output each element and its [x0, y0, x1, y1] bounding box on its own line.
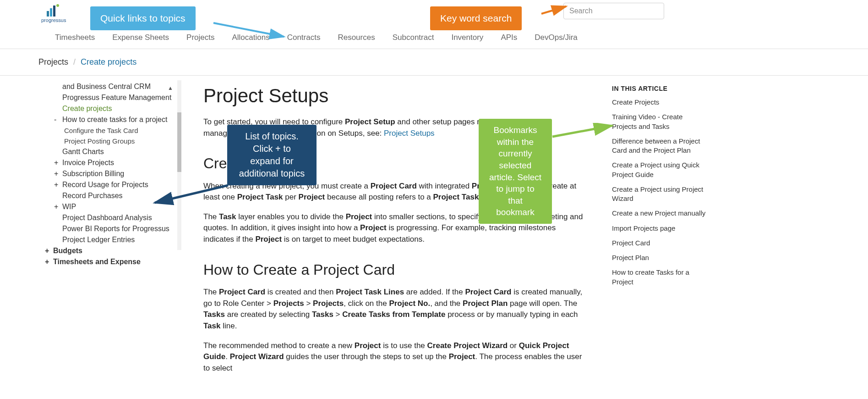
sidebar-item[interactable]: and Business Central CRM▲: [38, 81, 181, 92]
expand-icon[interactable]: +: [45, 258, 49, 266]
sidebar-item[interactable]: Gantt Charts: [38, 146, 181, 157]
rtoc-link[interactable]: Create a new Project manually: [612, 209, 708, 218]
callout-topnav: Quick links to topics: [90, 6, 196, 30]
rtoc-link[interactable]: Training Video - Create Projects and Tas…: [612, 112, 708, 131]
sidebar-item-label: Power BI Reports for Progressus: [62, 225, 169, 233]
sidebar-item-label: Budgets: [53, 247, 82, 255]
link-project-setups[interactable]: Project Setups: [384, 129, 435, 138]
rtoc-link[interactable]: Project Plan: [612, 253, 708, 262]
breadcrumb-sep: /: [73, 57, 76, 66]
sidebar-item[interactable]: Configure the Task Card: [38, 125, 181, 136]
expand-icon[interactable]: +: [54, 181, 58, 189]
paragraph: The Project Card is created and then Pro…: [203, 287, 584, 332]
sidebar-item-label: Record Usage for Projects: [62, 181, 148, 188]
sidebar-item[interactable]: +WIP: [38, 201, 181, 212]
sidebar-item-label: and Business Central CRM: [62, 83, 151, 90]
sidebar-item-label: How to create tasks for a project: [62, 116, 167, 123]
nav-contracts[interactable]: Contracts: [287, 33, 321, 42]
search-wrapper: [563, 3, 664, 19]
rtoc-link[interactable]: Project Card: [612, 238, 708, 248]
in-this-article: IN THIS ARTICLE Create ProjectsTraining …: [612, 76, 713, 387]
sidebar-item[interactable]: +Budgets: [38, 245, 181, 256]
rtoc-link[interactable]: Import Projects page: [612, 224, 708, 233]
rtoc-link[interactable]: Create Projects: [612, 98, 708, 107]
svg-point-3: [56, 4, 59, 7]
sidebar-item-label: Timesheets and Expense: [53, 258, 141, 266]
svg-rect-1: [50, 8, 52, 17]
sidebar-item-label: Configure the Task Card: [64, 127, 138, 134]
chevron-up-icon[interactable]: ▲: [168, 85, 173, 91]
content-row: and Business Central CRM▲Progressus Feat…: [0, 76, 868, 387]
logo[interactable]: progressus: [41, 4, 66, 23]
sidebar-item[interactable]: +Subscription Billing: [38, 168, 181, 179]
breadcrumb-root[interactable]: Projects: [38, 57, 68, 66]
sidebar-item[interactable]: Project Dashboard Analysis: [38, 212, 181, 223]
rtoc-link[interactable]: Create a Project using Project Wizard: [612, 185, 708, 204]
sidebar-item-label: Project Ledger Entries: [62, 236, 135, 244]
expand-icon[interactable]: +: [54, 159, 58, 167]
sidebar: and Business Central CRM▲Progressus Feat…: [38, 76, 181, 387]
sidebar-item[interactable]: Project Ledger Entries: [38, 234, 181, 245]
collapse-icon[interactable]: -: [54, 116, 56, 124]
sidebar-item-label: WIP: [62, 203, 76, 211]
logo-text: progressus: [41, 17, 66, 23]
top-nav: Timesheets Expense Sheets Projects Alloc…: [0, 28, 868, 49]
nav-resources[interactable]: Resources: [338, 33, 375, 42]
search-input[interactable]: [563, 3, 664, 19]
sidebar-item-label: Gantt Charts: [62, 148, 104, 155]
breadcrumb-current[interactable]: Create projects: [81, 57, 136, 66]
nav-apis[interactable]: APIs: [501, 33, 517, 42]
sidebar-item-label: Invoice Projects: [62, 159, 114, 166]
sidebar-item-label: Create projects: [62, 105, 112, 112]
expand-icon[interactable]: +: [54, 203, 58, 211]
callout-bookmarks: Bookmarks within the currently selected …: [479, 119, 552, 224]
sidebar-item[interactable]: +Timesheets and Expense: [38, 256, 181, 267]
sidebar-item[interactable]: Create projects: [38, 103, 181, 114]
sidebar-item-label: Progressus Feature Management: [62, 94, 171, 101]
sidebar-item-label: Record Purchases: [62, 192, 123, 200]
callout-search: Key word search: [430, 6, 522, 30]
sidebar-item[interactable]: Record Purchases: [38, 190, 181, 201]
heading-create-card: How to Create a Project Card: [203, 259, 584, 280]
sidebar-item-label: Project Posting Groups: [64, 137, 135, 145]
nav-inventory[interactable]: Inventory: [451, 33, 483, 42]
nav-timesheets[interactable]: Timesheets: [55, 33, 95, 42]
sidebar-item[interactable]: Power BI Reports for Progressus: [38, 223, 181, 234]
expand-icon[interactable]: +: [54, 170, 58, 178]
sidebar-item-label: Project Dashboard Analysis: [62, 214, 152, 222]
rtoc-link[interactable]: How to create Tasks for a Project: [612, 268, 708, 287]
sidebar-item-label: Subscription Billing: [62, 170, 124, 177]
expand-icon[interactable]: +: [45, 247, 49, 255]
svg-rect-0: [47, 11, 49, 17]
sidebar-item[interactable]: -How to create tasks for a project: [38, 114, 181, 125]
nav-projects[interactable]: Projects: [186, 33, 214, 42]
logo-icon: [45, 4, 62, 17]
callout-sidebar: List of topics. Click + to expand for ad…: [227, 125, 317, 185]
nav-expense-sheets[interactable]: Expense Sheets: [112, 33, 169, 42]
rtoc-header: IN THIS ARTICLE: [612, 85, 708, 92]
sidebar-item[interactable]: +Invoice Projects: [38, 157, 181, 168]
sidebar-item[interactable]: +Record Usage for Projects: [38, 179, 181, 190]
svg-rect-2: [53, 6, 55, 17]
paragraph: The recommended method to create a new P…: [203, 340, 584, 374]
rtoc-link[interactable]: Create a Project using Quick Project Gui…: [612, 161, 708, 179]
page-title: Project Setups: [203, 82, 584, 110]
rtoc-link[interactable]: Difference between a Project Card and th…: [612, 137, 708, 155]
nav-devops-jira[interactable]: DevOps/Jira: [535, 33, 578, 42]
breadcrumb: Projects / Create projects: [0, 49, 868, 76]
nav-subcontract[interactable]: Subcontract: [393, 33, 434, 42]
nav-allocations[interactable]: Allocations: [232, 33, 269, 42]
sidebar-item[interactable]: Progressus Feature Management: [38, 92, 181, 103]
sidebar-item[interactable]: Project Posting Groups: [38, 136, 181, 146]
